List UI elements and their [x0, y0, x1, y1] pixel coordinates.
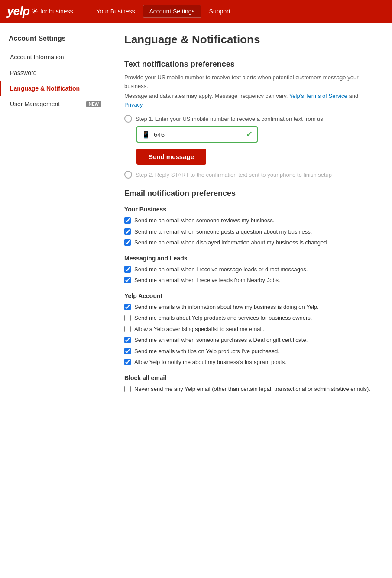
- pref-label: Send me an email when someone purchases …: [134, 336, 308, 344]
- checkbox-reviews[interactable]: [124, 217, 131, 224]
- group-title-your-business: Your Business: [124, 206, 378, 213]
- sidebar-item-account-information[interactable]: Account Information: [0, 49, 110, 65]
- page-title: Language & Notifications: [124, 33, 378, 51]
- checkbox-products-services[interactable]: [124, 315, 131, 321]
- phone-icon: 📱: [142, 130, 150, 139]
- yelp-wordmark: yelp: [7, 4, 29, 18]
- pref-label: Send me an email when I receive message …: [134, 265, 308, 274]
- pref-label: Send me emails about Yelp products and s…: [134, 314, 312, 322]
- nav-support[interactable]: Support: [203, 5, 236, 17]
- checkbox-questions[interactable]: [124, 228, 131, 235]
- checkbox-instagram[interactable]: [124, 359, 131, 365]
- checkbox-block-all[interactable]: [124, 386, 131, 392]
- pref-label: Send me an email when someone posts a qu…: [134, 227, 312, 236]
- group-title-messaging: Messaging and Leads: [124, 255, 378, 262]
- group-title-block-all: Block all email: [124, 374, 378, 381]
- text-notifications-section: Text notifications preferences Provide y…: [124, 60, 378, 179]
- pref-label: Send me emails with information about ho…: [134, 303, 319, 312]
- list-item: Send me emails about Yelp products and s…: [124, 314, 378, 322]
- checkbox-deal[interactable]: [124, 337, 131, 343]
- step1-circle: [124, 115, 132, 123]
- phone-input-wrapper: 📱 ✔: [136, 126, 258, 143]
- list-item: Send me an email when someone posts a qu…: [124, 227, 378, 236]
- pref-label: Allow Yelp to notify me about my busines…: [134, 358, 286, 367]
- sidebar-item-user-management[interactable]: User Management NEW: [0, 96, 110, 112]
- pref-label: Send me an email when I receive leads fr…: [134, 276, 280, 285]
- list-item: Send me an email when someone purchases …: [124, 336, 378, 344]
- for-business-label: for business: [40, 8, 73, 15]
- pref-label: Allow a Yelp advertising specialist to s…: [134, 325, 264, 334]
- pref-label: Send me emails with tips on Yelp product…: [134, 347, 279, 356]
- checkbox-tips[interactable]: [124, 348, 131, 354]
- text-notifications-desc1: Provide your US mobile number to receive…: [124, 73, 378, 90]
- step2-label: Step 2. Reply START to the confirmation …: [136, 172, 332, 178]
- email-notifications-title: Email notification preferences: [124, 189, 378, 198]
- list-item: Allow a Yelp advertising specialist to s…: [124, 325, 378, 334]
- send-message-button[interactable]: Send message: [136, 149, 206, 165]
- list-item: Send me an email when displayed informat…: [124, 238, 378, 247]
- text-notifications-desc2: Message and data rates may apply. Messag…: [124, 92, 378, 109]
- checkbox-info-changed[interactable]: [124, 239, 131, 246]
- checkbox-message-leads[interactable]: [124, 266, 131, 273]
- text-notifications-title: Text notifications preferences: [124, 60, 378, 69]
- list-item: Never send me any Yelp email (other than…: [124, 385, 378, 393]
- main-content: Language & Notifications Text notificati…: [110, 23, 392, 578]
- nav-account-settings[interactable]: Account Settings: [143, 5, 201, 18]
- privacy-link[interactable]: Privacy: [124, 101, 143, 108]
- list-item: Send me an email when I receive message …: [124, 265, 378, 274]
- pref-label: Send me an email when someone reviews my…: [134, 216, 275, 225]
- yelp-burst-icon: ✳: [31, 6, 39, 16]
- sidebar-item-password[interactable]: Password: [0, 65, 110, 81]
- list-item: Send me an email when I receive leads fr…: [124, 276, 378, 285]
- group-title-yelp-account: Yelp Account: [124, 292, 378, 299]
- step2-row: Step 2. Reply START to the confirmation …: [124, 171, 378, 179]
- checkbox-biz-doing[interactable]: [124, 304, 131, 310]
- sidebar-item-language-notification[interactable]: Language & Notification: [0, 81, 110, 96]
- check-icon: ✔: [246, 130, 253, 139]
- sidebar-title: Account Settings: [0, 31, 110, 49]
- checkbox-nearby-jobs[interactable]: [124, 277, 131, 283]
- pref-label: Never send me any Yelp email (other than…: [134, 385, 370, 393]
- step1-row: Step 1. Enter your US mobile number to r…: [124, 115, 378, 123]
- sidebar-item-user-management-label: User Management: [10, 101, 60, 107]
- email-notifications-section: Email notification preferences Your Busi…: [124, 189, 378, 393]
- nav-links: Your Business Account Settings Support: [91, 5, 236, 18]
- list-item: Send me emails with tips on Yelp product…: [124, 347, 378, 356]
- pref-label: Send me an email when displayed informat…: [134, 238, 328, 247]
- step2-circle: [124, 171, 132, 179]
- checkbox-ad-specialist[interactable]: [124, 326, 131, 332]
- new-badge: NEW: [86, 101, 101, 107]
- nav-your-business[interactable]: Your Business: [91, 5, 141, 17]
- navbar: yelp ✳ for business Your Business Accoun…: [0, 0, 392, 23]
- sidebar: Account Settings Account Information Pas…: [0, 23, 110, 578]
- yelp-logo: yelp ✳ for business: [7, 4, 73, 18]
- step1-label: Step 1. Enter your US mobile number to r…: [136, 116, 323, 122]
- list-item: Send me an email when someone reviews my…: [124, 216, 378, 225]
- list-item: Send me emails with information about ho…: [124, 303, 378, 312]
- phone-input[interactable]: [154, 131, 246, 138]
- list-item: Allow Yelp to notify me about my busines…: [124, 358, 378, 367]
- tos-link[interactable]: Yelp's Terms of Service: [289, 93, 347, 99]
